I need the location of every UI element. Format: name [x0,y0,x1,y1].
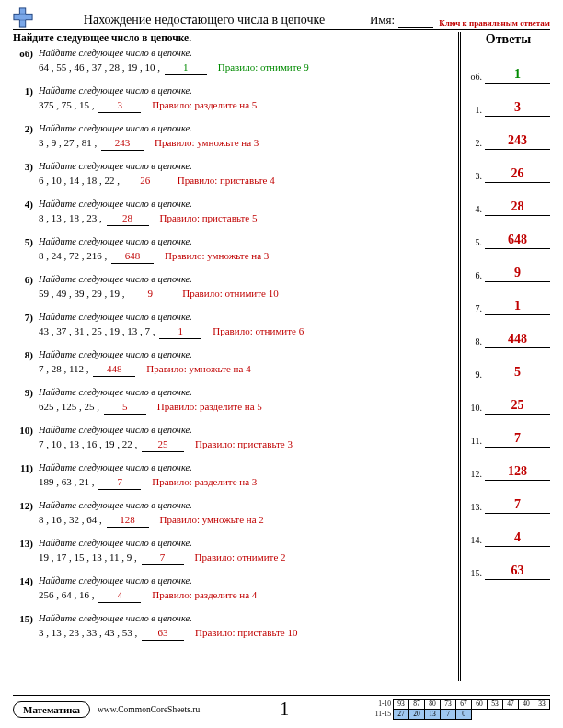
answer-row: 8.448 [466,315,550,348]
score-cell: 13 [425,710,441,720]
problem-prompt: Найдите следующее число в цепочке. [39,574,453,587]
problem-sequence: 7 , 10 , 13 , 16 , 19 , 22 , 25Правило: … [39,438,453,452]
answer-value: 28 [485,199,550,216]
sequence-text: 59 , 49 , 39 , 29 , 19 , [39,288,127,299]
answer-row: 14.4 [466,514,550,547]
answer-blank[interactable]: 648 [111,249,154,264]
answer-number: 1. [466,105,485,117]
answer-blank[interactable]: 243 [101,136,144,151]
problem-body: Найдите следующее число в цепочке.3 , 9 … [39,122,453,151]
logo-icon [13,7,33,28]
problem-row: 14)Найдите следующее число в цепочке.256… [13,574,453,603]
problem-prompt: Найдите следующее число в цепочке. [39,235,453,248]
answer-value: 7 [485,497,550,514]
answer-blank[interactable]: 28 [107,211,149,226]
page-number: 1 [200,699,369,720]
rule-text: Правило: умножьте на 3 [165,250,269,261]
problem-row: 2)Найдите следующее число в цепочке.3 , … [13,122,453,151]
rule-text: Правило: отнимите 6 [213,325,304,336]
problem-number: 2) [13,122,39,151]
answer-row: 10.25 [466,381,550,415]
problem-body: Найдите следующее число в цепочке.6 , 10… [39,160,453,188]
problem-body: Найдите следующее число в цепочке.59 , 4… [39,273,453,301]
problem-row: 13)Найдите следующее число в цепочке.19 … [13,537,453,565]
problem-body: Найдите следующее число в цепочке.8 , 13… [39,198,453,226]
score-cell [519,710,534,720]
problem-row: 1)Найдите следующее число в цепочке.375 … [13,85,453,113]
footer: Математика www.CommonCoreSheets.ru 1 1-1… [13,695,550,722]
answer-blank[interactable]: 1 [165,61,207,75]
sequence-text: 3 , 13 , 23 , 33 , 43 , 53 , [39,627,140,638]
problem-sequence: 625 , 125 , 25 , 5Правило: разделите на … [39,400,453,415]
problem-prompt: Найдите следующее число в цепочке. [39,311,453,324]
score-grid: 1-109387807367605347403311-1527201370 [370,699,551,720]
answer-number: 7. [466,303,485,315]
answer-number: 4. [466,204,485,216]
answer-value: 26 [485,166,550,183]
problem-sequence: 19 , 17 , 15 , 13 , 11 , 9 , 7Правило: о… [39,551,453,565]
problem-prompt: Найдите следующее число в цепочке. [39,499,453,512]
answer-value: 63 [485,563,550,580]
answer-value: 3 [485,100,550,117]
answer-blank[interactable]: 1 [159,324,201,339]
sequence-text: 256 , 64 , 16 , [39,589,97,600]
problem-number: 9) [13,386,39,415]
rule-text: Правило: отнимите 2 [195,552,286,563]
problem-sequence: 3 , 13 , 23 , 33 , 43 , 53 , 63Правило: … [39,626,453,641]
answer-row: 3.26 [466,150,550,183]
answer-number: 2. [466,138,485,150]
problem-prompt: Найдите следующее число в цепочке. [39,85,453,97]
answer-blank[interactable]: 128 [107,513,149,528]
subject-badge: Математика [13,701,90,718]
problem-sequence: 256 , 64 , 16 , 4Правило: разделите на 4 [39,588,453,603]
sequence-text: 3 , 9 , 27 , 81 , [39,137,99,148]
problem-row: об)Найдите следующее число в цепочке.64 … [13,47,453,75]
sequence-text: 19 , 17 , 15 , 13 , 11 , 9 , [39,552,140,563]
answer-number: 9. [466,370,485,381]
answer-number: 12. [466,469,485,481]
problem-row: 4)Найдите следующее число в цепочке.8 , … [13,198,453,226]
problem-body: Найдите следующее число в цепочке.189 , … [39,461,453,490]
problem-row: 3)Найдите следующее число в цепочке.6 , … [13,160,453,188]
answer-blank[interactable]: 7 [142,551,184,565]
score-cell: 80 [425,700,441,710]
name-field-group: Имя: [370,11,433,28]
problem-prompt: Найдите следующее число в цепочке. [39,160,453,173]
sequence-text: 7 , 28 , 112 , [39,363,91,374]
problem-number: 1) [13,85,39,113]
rule-text: Правило: умножьте на 3 [155,137,259,148]
problem-body: Найдите следующее число в цепочке.64 , 5… [39,47,453,75]
sequence-text: 7 , 10 , 13 , 16 , 19 , 22 , [39,438,140,449]
problem-body: Найдите следующее число в цепочке.7 , 10… [39,424,453,452]
answer-number: 5. [466,237,485,249]
answer-blank[interactable]: 5 [104,400,146,415]
problem-row: 15)Найдите следующее число в цепочке.3 ,… [13,612,453,641]
answer-blank[interactable]: 63 [142,626,184,641]
answer-blank[interactable]: 4 [98,588,141,603]
answer-blank[interactable]: 448 [93,362,135,377]
name-blank[interactable] [398,17,433,28]
answer-blank[interactable]: 9 [129,287,171,301]
answer-number: 6. [466,270,485,282]
problem-prompt: Найдите следующее число в цепочке. [39,461,453,474]
column-divider [458,32,461,681]
problem-number: 10) [13,424,39,452]
sequence-text: 189 , 63 , 21 , [39,476,97,487]
problem-prompt: Найдите следующее число в цепочке. [39,348,453,361]
score-cell: 7 [441,710,456,720]
answer-blank[interactable]: 26 [124,174,167,188]
answer-row: 1.3 [466,84,550,117]
score-row-label: 1-10 [370,700,394,710]
rule-text: Правило: разделите на 4 [152,589,257,600]
answer-row: 15.63 [466,547,550,580]
problem-sequence: 59 , 49 , 39 , 29 , 19 , 9Правило: отним… [39,287,453,301]
problem-body: Найдите следующее число в цепочке.625 , … [39,386,453,415]
answer-blank[interactable]: 7 [98,475,141,490]
problem-sequence: 7 , 28 , 112 , 448Правило: умножьте на 4 [39,362,453,377]
problem-body: Найдите следующее число в цепочке.43 , 3… [39,311,453,339]
rule-text: Правило: разделите на 5 [157,401,262,412]
answer-blank[interactable]: 3 [98,98,141,113]
score-cell: 20 [409,710,425,720]
answer-blank[interactable]: 25 [142,438,184,452]
problem-row: 6)Найдите следующее число в цепочке.59 ,… [13,273,453,301]
